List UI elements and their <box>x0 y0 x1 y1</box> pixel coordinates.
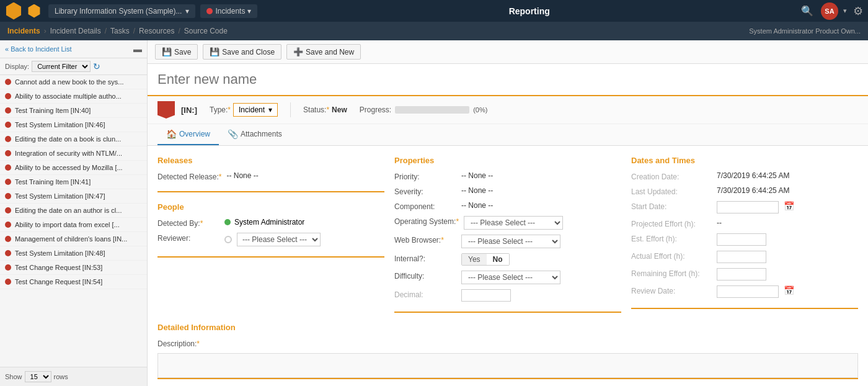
overview-icon: 🏠 <box>166 129 177 139</box>
people-title: People <box>157 202 384 212</box>
flag-icon <box>5 93 11 99</box>
difficulty-row: Difficulty: --- Please Select --- <box>394 271 621 284</box>
main-layout: « Back to Incident List ▬ Display: Curre… <box>0 40 868 386</box>
list-item[interactable]: Test System Limitation [IN:46] <box>0 118 147 132</box>
back-to-incident-list-btn[interactable]: « Back to Incident List <box>5 45 131 53</box>
save-close-button[interactable]: 💾 Save and Close <box>203 44 281 60</box>
user-dropdown[interactable]: ▾ <box>843 7 847 15</box>
save-new-button[interactable]: ➕ Save and New <box>286 44 361 60</box>
reviewer-select[interactable]: --- Please Select --- <box>237 233 321 246</box>
list-item[interactable]: Integration of security with NTLM/... <box>0 146 147 161</box>
display-filter-select[interactable]: Current Filter <box>32 61 91 72</box>
remaining-effort-input[interactable] <box>717 268 766 281</box>
start-date-input[interactable] <box>717 201 779 213</box>
est-effort-input[interactable] <box>717 233 766 246</box>
list-item[interactable]: Editing the date on a book is clun... <box>0 132 147 146</box>
right-column: Dates and Times Creation Date: 7/30/2019… <box>631 156 858 313</box>
name-input[interactable] <box>157 71 858 88</box>
creation-date-row: Creation Date: 7/30/2019 6:44:25 AM <box>631 171 858 181</box>
type-select[interactable]: Incident ▾ <box>233 103 278 117</box>
browser-select[interactable]: --- Please Select --- <box>461 235 560 248</box>
list-item[interactable]: Test Change Request [IN:54] <box>0 275 147 289</box>
toggle-no[interactable]: No <box>487 254 509 265</box>
flag-icon <box>5 222 11 228</box>
breadcrumb-source-code[interactable]: Source Code <box>184 27 228 35</box>
list-item[interactable]: Cannot add a new book to the sys... <box>0 75 147 89</box>
review-date-label: Review Date: <box>631 285 712 295</box>
list-item[interactable]: Ability to be accessed by Mozilla [... <box>0 161 147 175</box>
save-new-label: Save and New <box>306 48 354 56</box>
progress-label: Progress: <box>360 105 391 114</box>
description-textarea[interactable] <box>157 353 858 378</box>
component-label: Component: <box>394 201 456 211</box>
list-item[interactable]: Ability to associate multiple autho... <box>0 89 147 104</box>
attachments-icon: 📎 <box>228 129 238 139</box>
incidents-btn[interactable]: Incidents ▾ <box>200 4 257 18</box>
tab-attachments-label: Attachments <box>241 130 282 138</box>
list-item[interactable]: Test System Limitation [IN:47] <box>0 189 147 204</box>
internal-toggle[interactable]: Yes No <box>461 253 510 266</box>
list-item[interactable]: Test Change Request [IN:53] <box>0 261 147 275</box>
search-icon[interactable]: 🔍 <box>801 5 813 17</box>
browser-label: Web Browser:* <box>394 235 456 245</box>
minimize-sidebar-btn[interactable]: ▬ <box>133 44 142 54</box>
actual-effort-input[interactable] <box>717 251 766 263</box>
list-item[interactable]: Management of children's loans [IN... <box>0 232 147 246</box>
projected-effort-label: Projected Effort (h): <box>631 218 712 228</box>
save-new-icon: ➕ <box>293 47 303 56</box>
breadcrumb-tasks[interactable]: Tasks <box>110 27 130 35</box>
toggle-yes[interactable]: Yes <box>462 254 487 265</box>
tab-overview[interactable]: 🏠 Overview <box>157 124 219 145</box>
difficulty-select[interactable]: --- Please Select --- <box>461 271 560 284</box>
back-label: « Back to Incident List <box>5 45 72 53</box>
severity-value: -- None -- <box>461 186 493 195</box>
tabs: 🏠 Overview 📎 Attachments <box>148 124 868 146</box>
show-label: Show <box>5 373 22 380</box>
reporting-btn[interactable]: Reporting <box>260 6 799 16</box>
actual-effort-row: Actual Effort (h): <box>631 251 858 263</box>
start-date-calendar-icon[interactable]: 📅 <box>784 201 794 211</box>
app-title-btn[interactable]: Library Information System (Sample)... ▾ <box>48 4 195 18</box>
incidents-label: Incidents <box>215 7 245 16</box>
logo-hex2 <box>27 4 41 18</box>
incidents-dot <box>206 8 213 14</box>
description-row: Description:* <box>157 338 858 348</box>
flag-icon <box>5 264 11 271</box>
os-row: Operating System:* --- Please Select --- <box>394 216 621 230</box>
start-date-label: Start Date: <box>631 201 712 211</box>
type-label: Type:* <box>210 105 231 114</box>
reviewer-label: Reviewer: <box>157 233 219 243</box>
gear-icon[interactable]: ⚙ <box>853 4 863 18</box>
detected-by-value: System Administrator <box>224 218 304 227</box>
save-button[interactable]: 💾 Save <box>155 44 198 60</box>
list-item[interactable]: Editing the date on an author is cl... <box>0 204 147 218</box>
reviewer-radio[interactable] <box>224 236 232 243</box>
remaining-effort-row: Remaining Effort (h): <box>631 268 858 281</box>
decimal-input[interactable] <box>461 289 511 302</box>
breadcrumb-resources[interactable]: Resources <box>139 27 174 35</box>
list-item[interactable]: Test System Limitation [IN:48] <box>0 246 147 261</box>
flag-icon <box>5 207 11 213</box>
severity-label: Severity: <box>394 186 456 196</box>
list-item[interactable]: Ability to import data from excel [... <box>0 218 147 232</box>
rows-per-page-select[interactable]: 15 <box>25 371 51 382</box>
list-item[interactable]: Test Training Item [IN:41] <box>0 175 147 189</box>
os-select[interactable]: --- Please Select --- <box>464 216 563 230</box>
breadcrumb-incident-details[interactable]: Incident Details <box>50 27 101 35</box>
left-column: Releases Detected Release:* -- None -- P… <box>157 156 384 313</box>
detected-by-row: Detected By:* System Administrator <box>157 218 384 228</box>
flag-icon <box>5 250 11 256</box>
list-item[interactable]: Test Training Item [IN:40] <box>0 104 147 118</box>
releases-title: Releases <box>157 156 384 165</box>
review-date-input[interactable] <box>717 285 779 298</box>
save-close-icon: 💾 <box>210 47 219 56</box>
status-bar: [IN:] Type:* Incident ▾ Status:* New Pro… <box>148 96 868 124</box>
projected-effort-value: -- <box>717 218 722 227</box>
review-date-calendar-icon[interactable]: 📅 <box>784 285 794 295</box>
actual-effort-label: Actual Effort (h): <box>631 251 712 261</box>
flag-icon <box>5 193 11 199</box>
refresh-btn[interactable]: ↻ <box>93 61 100 71</box>
tab-attachments[interactable]: 📎 Attachments <box>219 124 291 145</box>
breadcrumb-incidents[interactable]: Incidents <box>7 27 40 35</box>
internal-label: Internal?: <box>394 253 456 263</box>
